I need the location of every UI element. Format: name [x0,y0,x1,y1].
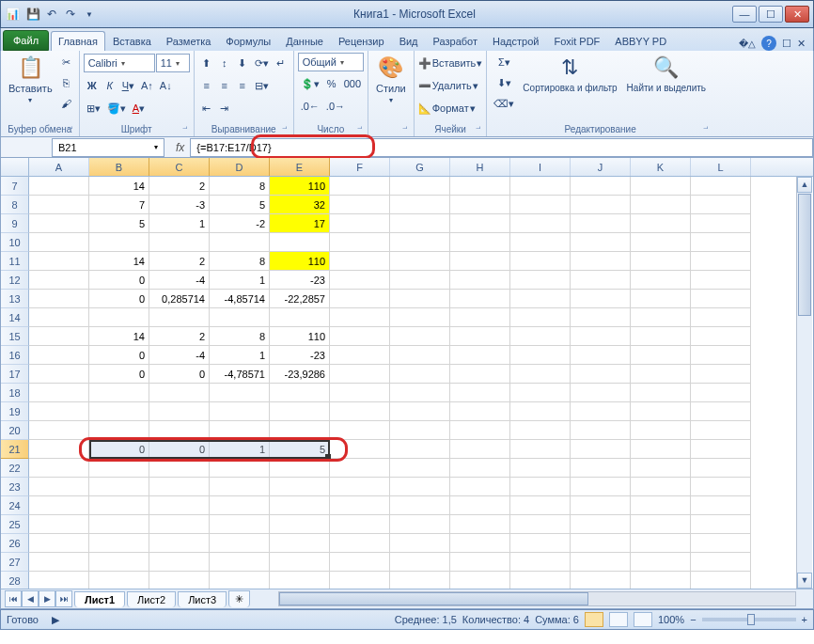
cell-A27[interactable] [29,553,89,572]
cell-J26[interactable] [571,534,631,553]
cell-B16[interactable]: 0 [89,346,149,365]
cell-E18[interactable] [270,384,330,402]
cell-L26[interactable] [691,534,751,553]
cell-B13[interactable]: 0 [89,290,149,308]
cell-A11[interactable] [29,252,89,271]
cell-C22[interactable] [149,459,210,478]
cell-F27[interactable] [330,553,390,572]
cell-D16[interactable]: 1 [210,346,270,365]
cell-D23[interactable] [210,478,270,496]
cell-H20[interactable] [450,421,510,440]
cell-C18[interactable] [149,384,210,402]
cell-B24[interactable] [89,496,149,515]
cell-A17[interactable] [29,365,89,384]
select-all-corner[interactable] [1,158,29,176]
cell-C15[interactable]: 2 [149,327,210,346]
cell-A28[interactable] [29,572,89,590]
cell-J28[interactable] [571,572,631,590]
cell-J10[interactable] [571,233,631,252]
autosum-icon[interactable]: Σ▾ [491,53,517,71]
col-header-L[interactable]: L [691,158,751,176]
clear-icon[interactable]: ⌫▾ [491,94,517,113]
cell-K10[interactable] [631,233,691,252]
row-header-18[interactable]: 18 [1,384,29,402]
orientation-icon[interactable]: ⟳▾ [252,54,272,72]
cell-B28[interactable] [89,572,149,590]
zoom-level[interactable]: 100% [658,614,684,625]
cell-J23[interactable] [571,478,631,496]
cell-F16[interactable] [330,346,390,365]
cell-K7[interactable] [631,177,691,196]
cell-I18[interactable] [510,384,571,402]
cell-E13[interactable]: -22,2857 [270,290,330,308]
cell-L23[interactable] [691,478,751,496]
tab-data[interactable]: Данные [278,31,331,51]
cell-L16[interactable] [691,346,751,365]
cell-A21[interactable] [29,440,89,459]
cell-D15[interactable]: 8 [210,327,270,346]
cell-C28[interactable] [149,572,210,590]
styles-button[interactable]: 🎨 Стили ▾ [372,53,410,106]
new-sheet-icon[interactable]: ✳ [228,590,250,607]
cell-B10[interactable] [89,233,149,252]
col-header-E[interactable]: E [270,158,330,176]
cell-C10[interactable] [149,233,210,252]
cell-I10[interactable] [510,233,571,252]
cell-K21[interactable] [631,440,691,459]
underline-button[interactable]: Ч▾ [119,76,137,95]
sheet-tab-3[interactable]: Лист3 [178,591,227,607]
align-bottom-icon[interactable]: ⬇ [234,54,251,72]
cell-B18[interactable] [89,384,149,402]
wrap-text-icon[interactable]: ↵ [273,54,290,72]
row-header-26[interactable]: 26 [1,534,29,553]
cell-J16[interactable] [571,346,631,365]
cell-A8[interactable] [29,196,89,214]
cell-I23[interactable] [510,478,571,496]
row-header-9[interactable]: 9 [1,214,29,233]
cell-D11[interactable]: 8 [210,252,270,271]
cell-J18[interactable] [571,384,631,402]
cell-C25[interactable] [149,515,210,534]
cell-J9[interactable] [571,214,631,233]
cell-G15[interactable] [390,327,450,346]
cell-E20[interactable] [270,421,330,440]
col-header-B[interactable]: B [89,158,149,176]
cell-I15[interactable] [510,327,571,346]
cell-L22[interactable] [691,459,751,478]
cell-D24[interactable] [210,496,270,515]
align-left-icon[interactable]: ≡ [198,76,215,95]
cell-K12[interactable] [631,271,691,290]
cell-F25[interactable] [330,515,390,534]
tab-abbyy[interactable]: ABBYY PD [607,31,674,51]
percent-icon[interactable]: % [323,74,340,93]
hscroll-thumb[interactable] [279,592,588,605]
font-name-combo[interactable]: Calibri▾ [84,54,155,72]
cell-I11[interactable] [510,252,571,271]
increase-decimal-icon[interactable]: .0← [298,97,322,116]
qat-dropdown-icon[interactable]: ▼ [82,7,97,22]
scroll-down-icon[interactable]: ▼ [797,573,812,589]
cell-G23[interactable] [390,478,450,496]
cell-A10[interactable] [29,233,89,252]
cell-B27[interactable] [89,553,149,572]
cell-L9[interactable] [691,214,751,233]
cell-G7[interactable] [390,177,450,196]
cell-E9[interactable]: 17 [270,214,330,233]
row-header-12[interactable]: 12 [1,271,29,290]
cell-B8[interactable]: 7 [89,196,149,214]
cell-J17[interactable] [571,365,631,384]
cell-D20[interactable] [210,421,270,440]
align-right-icon[interactable]: ≡ [234,76,251,95]
cell-E21[interactable]: 5 [270,440,330,459]
cell-C8[interactable]: -3 [149,196,210,214]
tab-foxit[interactable]: Foxit PDF [546,31,607,51]
cell-I12[interactable] [510,271,571,290]
row-header-25[interactable]: 25 [1,515,29,534]
col-header-F[interactable]: F [330,158,390,176]
cell-B14[interactable] [89,308,149,327]
cell-H21[interactable] [450,440,510,459]
row-header-8[interactable]: 8 [1,196,29,214]
cell-L17[interactable] [691,365,751,384]
cell-C24[interactable] [149,496,210,515]
cell-K16[interactable] [631,346,691,365]
